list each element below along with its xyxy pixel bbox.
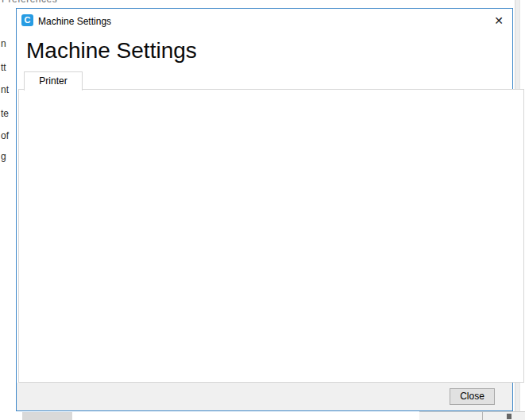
background-text-fragment: nt: [1, 84, 9, 95]
background-text-fragment: g: [1, 151, 6, 162]
dialog-footer: Close: [17, 383, 512, 410]
tab-printer[interactable]: Printer: [24, 71, 83, 91]
cura-app-icon: C: [21, 14, 33, 26]
window-title: Machine Settings: [38, 16, 111, 27]
background-fragment: [482, 412, 483, 420]
title-bar[interactable]: C Machine Settings ✕: [17, 9, 512, 34]
close-button[interactable]: Close: [450, 388, 495, 405]
background-text-fragment: Preferences: [2, 0, 57, 5]
close-icon[interactable]: ✕: [489, 12, 508, 29]
background-fragment: [22, 412, 72, 420]
background-text-fragment: te: [1, 108, 9, 119]
background-text-fragment: n: [1, 38, 6, 49]
background-text-fragment: of: [1, 130, 9, 141]
background-fragment: [507, 414, 511, 419]
page-title: Machine Settings: [26, 38, 197, 64]
tab-content-panel: [18, 89, 524, 383]
screen: Preferences n tt nt te of g C Machine Se…: [0, 0, 525, 420]
machine-settings-dialog: C Machine Settings ✕ Machine Settings Pr…: [16, 8, 513, 411]
background-text-fragment: tt: [1, 62, 6, 73]
